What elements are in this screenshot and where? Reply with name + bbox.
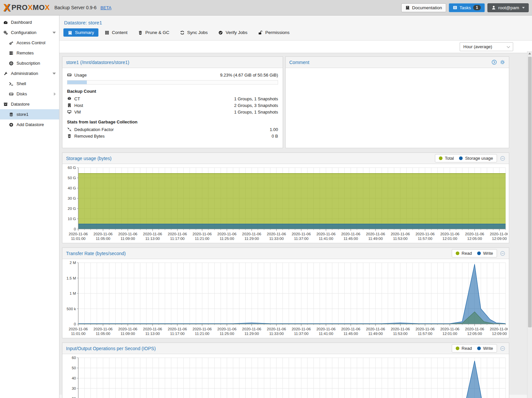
product-name: Backup Server 0.9-6: [54, 5, 97, 10]
section-heading: Backup Count: [67, 89, 278, 94]
wrench-icon: [3, 71, 8, 76]
legend-label: Total: [445, 156, 454, 161]
terminal-icon: [9, 82, 14, 86]
svg-text:11:05:00: 11:05:00: [96, 237, 110, 241]
svg-text:11:25:00: 11:25:00: [220, 237, 234, 241]
proxmox-wordmark: PROXMOX: [12, 4, 50, 11]
tab-verify-jobs[interactable]: Verify Jobs: [214, 28, 252, 37]
panel-header: Comment: [286, 57, 509, 68]
collapse-panel-icon[interactable]: [500, 346, 505, 351]
legend-item-read[interactable]: Read: [456, 251, 472, 256]
stat-row-deduplication-factor: Deduplication Factor1.00: [67, 126, 278, 133]
svg-text:11:29:00: 11:29:00: [244, 237, 259, 241]
svg-text:12:09:00: 12:09:00: [492, 332, 507, 336]
comment-body[interactable]: [286, 68, 509, 148]
vertical-scrollbar[interactable]: [527, 51, 532, 398]
svg-text:2020-11-06: 2020-11-06: [93, 232, 113, 236]
svg-text:12:01:00: 12:01:00: [443, 332, 457, 336]
trash-icon: [67, 134, 72, 138]
gear-icon[interactable]: [500, 59, 505, 65]
sidebar-item-label: Administration: [11, 71, 38, 76]
legend-item-write[interactable]: Write: [477, 251, 493, 256]
svg-text:2020-11-06: 2020-11-06: [292, 232, 311, 236]
unlock-icon: [258, 30, 263, 35]
tab-content[interactable]: Content: [100, 28, 132, 37]
sidebar-item-add-datastore[interactable]: Add Datastore: [0, 119, 59, 130]
svg-text:11:13:00: 11:13:00: [145, 237, 160, 241]
legend-item-total[interactable]: Total: [439, 156, 454, 161]
sidebar-item-remotes[interactable]: Remotes: [0, 48, 59, 58]
tab-sync-jobs[interactable]: Sync Jobs: [176, 28, 212, 37]
tab-prune-gc[interactable]: Prune & GC: [134, 28, 174, 37]
tasks-badge: 1: [473, 5, 481, 10]
stat-value: 1 Groups, 1 Snapshots: [234, 96, 278, 101]
svg-text:12:05:00: 12:05:00: [467, 332, 482, 336]
beta-link[interactable]: BETA: [100, 5, 111, 10]
legend-label: Storage usage: [465, 156, 493, 161]
tab-summary[interactable]: Summary: [63, 28, 98, 37]
svg-text:11:21:00: 11:21:00: [195, 237, 209, 241]
legend-item-storage-usage[interactable]: Storage usage: [459, 156, 493, 161]
legend-dot-icon: [477, 347, 481, 350]
stat-row-vm: VM1 Groups, 1 Snapshots: [67, 109, 278, 115]
sidebar-item-subscription[interactable]: Subscription: [0, 58, 59, 68]
collapse-panel-icon[interactable]: [500, 156, 505, 161]
legend-dot-icon: [459, 156, 463, 160]
svg-text:11:09:00: 11:09:00: [121, 237, 135, 241]
sidebar-item-label: Datastore: [11, 102, 29, 107]
sidebar-item-disks[interactable]: Disks: [0, 89, 59, 99]
scrollbar-thumb[interactable]: [528, 57, 532, 327]
grid-icon: [105, 30, 109, 35]
svg-text:1.5 M: 1.5 M: [66, 276, 76, 280]
tab-label: Content: [112, 30, 127, 35]
timeframe-value: Hour (average): [463, 44, 492, 49]
legend-item-write[interactable]: Write: [477, 346, 493, 351]
scroll-up-arrow-icon[interactable]: [528, 52, 531, 54]
documentation-button[interactable]: Documentation: [401, 3, 446, 12]
stat-value: 1 Groups, 1 Snapshots: [234, 110, 278, 115]
tab-label: Summary: [75, 30, 94, 35]
caret-down-icon[interactable]: [53, 73, 56, 75]
comment-panel: Comment: [285, 56, 509, 148]
svg-text:2020-11-06: 2020-11-06: [217, 232, 236, 236]
sidebar-item-label: Shell: [17, 81, 26, 86]
tab-bar: SummaryContentPrune & GCSync JobsVerify …: [59, 28, 532, 40]
svg-text:40 G: 40 G: [68, 186, 76, 190]
legend-label: Write: [483, 346, 493, 351]
caret-right-icon[interactable]: [54, 92, 56, 96]
key-icon: [9, 41, 14, 45]
usage-progress-bar: [67, 80, 278, 84]
svg-text:30: 30: [72, 386, 76, 390]
chart-title: Transfer Rate (bytes/second): [66, 251, 126, 256]
sidebar-item-dashboard[interactable]: Dashboard: [0, 17, 59, 27]
legend-dot-icon: [456, 251, 459, 255]
tasks-list-icon: [453, 5, 457, 10]
sidebar-item-shell[interactable]: Shell: [0, 79, 59, 89]
svg-text:11:37:00: 11:37:00: [294, 237, 308, 241]
sidebar-item-datastore[interactable]: Datastore: [0, 99, 59, 109]
legend-item-read[interactable]: Read: [456, 346, 472, 351]
svg-text:2 M: 2 M: [70, 261, 76, 265]
svg-text:2020-11-06: 2020-11-06: [118, 327, 137, 331]
storage-usage-chart: 010 G20 G30 G40 G50 G60 G2020-11-0611:01…: [63, 165, 508, 243]
sidebar-item-label: Configuration: [11, 30, 36, 35]
svg-text:2020-11-06: 2020-11-06: [143, 327, 162, 331]
sidebar-item-access-control[interactable]: Access Control: [0, 38, 59, 48]
sidebar-item-configuration[interactable]: Configuration: [0, 27, 59, 38]
wordmark-letter: X: [28, 3, 33, 12]
edit-comment-icon[interactable]: [491, 59, 497, 65]
svg-text:11:09:00: 11:09:00: [121, 332, 135, 336]
user-menu-button[interactable]: root@pam: [487, 3, 529, 12]
wordmark-letter: PRO: [12, 3, 28, 12]
sidebar-item-administration[interactable]: Administration: [0, 68, 59, 79]
caret-down-icon[interactable]: [53, 32, 56, 34]
timeframe-select[interactable]: Hour (average): [460, 42, 513, 51]
tab-permissions[interactable]: Permissions: [254, 28, 294, 37]
svg-text:11:49:00: 11:49:00: [368, 237, 383, 241]
collapse-panel-icon[interactable]: [500, 251, 505, 256]
sidebar-item-store1[interactable]: store1: [0, 109, 59, 119]
gauge-icon: [3, 20, 8, 25]
usage-progress-fill: [67, 81, 87, 84]
tasks-button[interactable]: Tasks 1: [449, 3, 485, 12]
svg-text:2020-11-06: 2020-11-06: [292, 327, 311, 331]
